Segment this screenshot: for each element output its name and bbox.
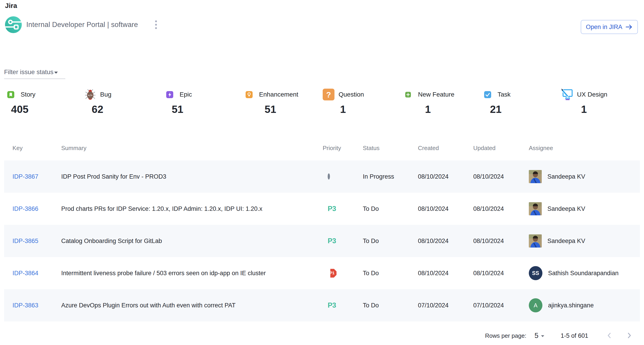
assignee-name: Sathish Soundarapandian	[548, 270, 618, 277]
page-title: Jira	[5, 2, 17, 9]
issue-created-date: 08/10/2024	[418, 205, 448, 212]
issue-status: In Progress	[363, 173, 394, 180]
pagination-range: 1-5 of 601	[560, 332, 588, 339]
priority-p3-badge: P3	[328, 237, 336, 245]
issue-updated-date: 07/10/2024	[473, 302, 504, 309]
issue-created-date: 08/10/2024	[418, 173, 448, 180]
issue-summary: IDP Post Prod Sanity for Env - PROD3	[61, 173, 166, 180]
issue-status: To Do	[363, 302, 379, 309]
issue-key-link[interactable]: IDP-3865	[12, 238, 38, 244]
rows-per-page-select[interactable]: 5	[534, 332, 544, 340]
counter-label: Question	[338, 91, 364, 98]
table-row: IDP-3867 IDP Post Prod Sanity for Env - …	[4, 160, 640, 193]
issue-updated-date: 08/10/2024	[473, 270, 504, 277]
column-header-assignee: Assignee	[529, 145, 640, 152]
question-icon: ?	[322, 89, 335, 100]
filter-issue-status-label: Filter issue status	[4, 68, 54, 76]
counter-label: UX Design	[577, 91, 608, 98]
epic-icon	[163, 91, 176, 98]
table-header-row: Key Summary Priority Status Created Upda…	[4, 136, 640, 160]
counter-label: Epic	[180, 91, 192, 98]
counter-count: 62	[84, 103, 112, 115]
counter-count: 1	[560, 103, 608, 115]
chevron-left-icon	[606, 332, 613, 340]
counter-question: ? Question 1	[322, 88, 402, 115]
assignee-avatar-initials: SS	[529, 266, 542, 280]
issue-status: To Do	[363, 205, 379, 212]
issue-created-date: 07/10/2024	[418, 302, 448, 309]
issue-key-link[interactable]: IDP-3864	[12, 270, 38, 277]
assignee-avatar	[529, 170, 542, 183]
ux-design-icon	[560, 88, 574, 101]
column-header-priority: Priority	[323, 145, 363, 152]
issue-status: To Do	[363, 238, 379, 244]
story-icon	[4, 91, 17, 98]
assignee-avatar	[529, 202, 542, 215]
pagination-bar: Rows per page: 5 1-5 of 601	[485, 328, 633, 344]
counter-count: 1	[322, 103, 364, 115]
issue-summary: Prod charts PRs for IDP Service: 1.20.x,…	[61, 205, 262, 212]
counter-task: Task 21	[481, 88, 560, 115]
rows-per-page-label: Rows per page:	[485, 332, 526, 339]
bug-icon: </>	[84, 89, 97, 100]
counter-count: 21	[481, 103, 511, 115]
table-row: IDP-3865 Catalog Onboarding Script for G…	[4, 225, 640, 257]
priority-p3-badge: P3	[328, 205, 336, 213]
open-in-jira-label: Open in JIRA	[586, 23, 622, 30]
rows-per-page-value: 5	[534, 332, 538, 340]
priority-p3-badge: P3	[328, 301, 336, 309]
column-header-updated: Updated	[473, 145, 529, 152]
counter-label: Task	[498, 91, 511, 98]
chevron-right-icon	[626, 332, 633, 340]
issue-type-counters: Story 405	[4, 88, 640, 115]
jira-project-avatar-icon	[5, 16, 22, 33]
assignee-name: Sandeepa KV	[548, 205, 585, 212]
counter-new-feature: New Feature 1	[402, 88, 481, 115]
counter-count: 405	[4, 103, 35, 115]
task-icon	[481, 91, 494, 98]
enhancement-icon	[243, 91, 256, 98]
issue-summary: Catalog Onboarding Script for GitLab	[61, 238, 162, 244]
counter-label: Bug	[100, 91, 112, 98]
column-header-status: Status	[363, 145, 418, 152]
assignee-name: ajinkya.shingane	[548, 302, 594, 309]
issue-summary: Intermittent liveness probe failure / 50…	[61, 270, 266, 277]
column-header-summary: Summary	[61, 145, 323, 152]
issue-updated-date: 08/10/2024	[473, 173, 504, 180]
jira-plugin-card: Jira Internal Developer Portal	[0, 0, 644, 345]
counter-count: 1	[402, 103, 454, 115]
svg-text:?: ?	[326, 90, 331, 99]
dropdown-caret-icon	[54, 72, 58, 74]
entity-header: Internal Developer Portal | software	[5, 16, 162, 33]
column-header-created: Created	[418, 145, 473, 152]
issue-created-date: 08/10/2024	[418, 270, 448, 277]
issue-summary: Azure DevOps Plugin Errors out with Auth…	[61, 302, 236, 309]
next-page-button[interactable]	[626, 332, 633, 340]
assignee-name: Sandeepa KV	[548, 173, 585, 180]
assignee-avatar-initials: A	[529, 298, 542, 312]
issue-key-link[interactable]: IDP-3866	[12, 205, 38, 212]
issue-updated-date: 08/10/2024	[473, 205, 504, 212]
issue-key-link[interactable]: IDP-3867	[12, 173, 38, 180]
assignee-avatar	[529, 234, 542, 248]
previous-page-button[interactable]	[606, 332, 613, 340]
open-in-jira-button[interactable]: Open in JIRA	[581, 20, 638, 34]
assignee-name: Sandeepa KV	[548, 238, 585, 245]
priority-p1-badge: P1	[328, 269, 336, 278]
counter-epic: Epic 51	[163, 88, 243, 115]
counter-label: Enhancement	[259, 91, 298, 98]
issue-created-date: 08/10/2024	[418, 238, 448, 244]
counter-bug: </> Bug 62	[84, 88, 163, 115]
table-row: IDP-3864 Intermittent liveness probe fai…	[4, 257, 640, 289]
issue-key-link[interactable]: IDP-3863	[12, 302, 38, 309]
svg-text:</>: </>	[88, 94, 92, 97]
vertical-ellipsis-icon	[155, 20, 157, 22]
dropdown-caret-icon	[541, 335, 544, 337]
more-menu-button[interactable]	[150, 18, 162, 32]
counter-story: Story 405	[4, 88, 84, 115]
arrow-right-icon	[626, 24, 633, 30]
counter-label: New Feature	[418, 91, 454, 98]
counter-count: 51	[163, 103, 192, 115]
filter-issue-status-select[interactable]: Filter issue status	[4, 68, 65, 79]
counter-label: Story	[21, 91, 35, 98]
